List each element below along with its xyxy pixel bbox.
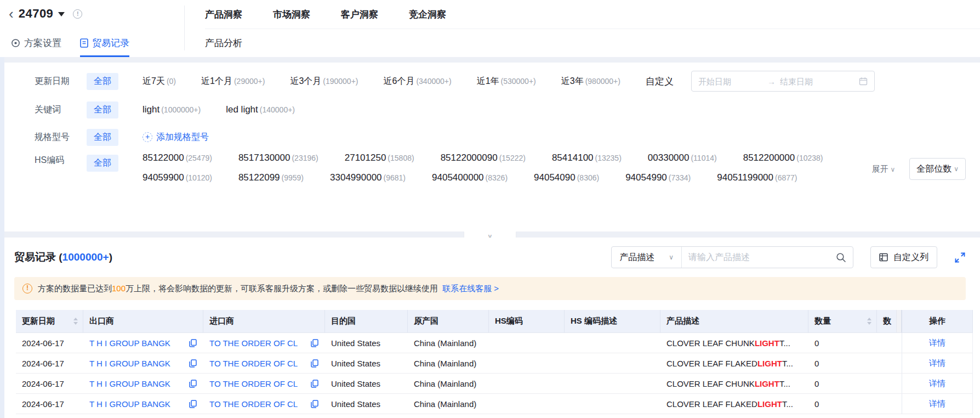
search-input[interactable] [688, 252, 836, 262]
update-date-all-chip[interactable]: 全部 [87, 73, 118, 90]
option-1month[interactable]: 近1个月(29000+) [201, 76, 265, 87]
hs-code-item[interactable]: 3304990000(9681) [330, 172, 406, 183]
spec-all-chip[interactable]: 全部 [87, 129, 118, 146]
copy-icon[interactable] [311, 400, 318, 408]
records-controls: 产品描述 ∨ 自定义列 [611, 246, 966, 268]
hs-digits-dropdown[interactable]: 全部位数∨ [909, 158, 966, 180]
cell-importer: TO THE ORDER OF CL [203, 374, 325, 394]
exporter-link[interactable]: T H I GROUP BANGK [89, 399, 170, 409]
exporter-link[interactable]: T H I GROUP BANGK [89, 379, 170, 388]
plan-id-title[interactable]: 24709 [19, 7, 54, 21]
add-spec-button[interactable]: + 添加规格型号 [143, 132, 209, 143]
hs-code-item[interactable]: 9405400000(8326) [432, 172, 508, 183]
tab-trade-records[interactable]: 贸易记录 [80, 37, 129, 57]
copy-icon[interactable] [189, 359, 197, 368]
cell-hs-code [489, 353, 565, 374]
nav-market-insight[interactable]: 市场洞察 [273, 8, 310, 21]
detail-link[interactable]: 详情 [929, 358, 945, 369]
hs-code-item[interactable]: 94059900(10120) [143, 172, 212, 183]
table-row: 2024-06-17 T H I GROUP BANGK TO THE ORDE… [16, 374, 973, 394]
copy-icon[interactable] [189, 400, 197, 408]
chevron-down-icon: ∨ [890, 166, 895, 173]
hs-expand-link[interactable]: 展开∨ [871, 164, 895, 174]
hs-all-chip[interactable]: 全部 [87, 155, 118, 172]
hs-code-item[interactable]: 00330000(11014) [648, 152, 717, 163]
importer-link[interactable]: TO THE ORDER OF CL [209, 338, 298, 348]
exporter-link[interactable]: T H I GROUP BANGK [89, 338, 170, 348]
back-icon[interactable]: ‹ [9, 7, 14, 21]
gear-target-icon [11, 38, 20, 48]
cell-importer: TO THE ORDER OF CL [203, 394, 325, 414]
cell-quantity: 0 [808, 394, 877, 414]
hs-code-item[interactable]: 94054990(7334) [625, 172, 691, 183]
keyword-led-light[interactable]: led light(140000+) [226, 104, 295, 115]
copy-icon[interactable] [311, 380, 318, 388]
importer-link[interactable]: TO THE ORDER OF CL [209, 379, 298, 388]
keyword-light[interactable]: light(1000000+) [143, 104, 201, 115]
option-1year[interactable]: 近1年(530000+) [477, 76, 536, 87]
option-7days[interactable]: 近7天(0) [143, 76, 176, 87]
subnav-product-analysis[interactable]: 产品分析 [205, 37, 242, 49]
keyword-all-chip[interactable]: 全部 [87, 101, 118, 118]
search-input-box [682, 247, 853, 268]
nav-competitor-insight[interactable]: 竞企洞察 [409, 8, 446, 21]
hs-code-item[interactable]: 8512200000(10238) [743, 152, 823, 163]
chevron-down-icon: ∨ [669, 253, 674, 261]
contact-support-link[interactable]: 联系在线客服 > [442, 284, 499, 293]
importer-link[interactable]: TO THE ORDER OF CL [209, 399, 298, 409]
copy-icon[interactable] [311, 359, 318, 368]
cell-truncated [877, 333, 902, 353]
hs-code-item[interactable]: 94051199000(6877) [717, 172, 797, 183]
importer-link[interactable]: TO THE ORDER OF CL [209, 359, 298, 368]
col-header-exporter: 出口商 [83, 310, 203, 333]
cell-importer: TO THE ORDER OF CL [203, 333, 325, 353]
plan-breadcrumb: ‹ 24709 ! [9, 7, 82, 21]
cell-destination: United States [325, 353, 408, 374]
sort-icon[interactable] [73, 315, 78, 327]
info-icon[interactable]: ! [73, 9, 82, 19]
nav-product-insight[interactable]: 产品洞察 [205, 8, 242, 21]
copy-icon[interactable] [311, 339, 318, 347]
hs-code-item[interactable]: 27101250(15808) [345, 152, 414, 163]
fullscreen-icon[interactable] [954, 252, 966, 263]
sub-nav-row: 产品分析 [205, 29, 980, 57]
hs-code-item[interactable]: 85414100(13235) [552, 152, 622, 163]
cell-origin: China (Mainland) [408, 333, 489, 353]
custom-columns-button[interactable]: 自定义列 [870, 246, 937, 268]
option-3months[interactable]: 近3个月(190000+) [290, 76, 358, 87]
option-custom[interactable]: 自定义 [646, 75, 674, 88]
hs-code-item[interactable]: 85122000(25479) [143, 152, 212, 163]
search-field-select[interactable]: 产品描述 ∨ [612, 247, 682, 268]
col-header-origin: 原产国 [408, 310, 489, 333]
records-title: 贸易记录 (1000000+) [14, 250, 112, 264]
calendar-icon[interactable] [859, 77, 868, 86]
end-date-input[interactable] [780, 77, 845, 86]
plan-dropdown-caret-icon[interactable] [58, 12, 65, 20]
tab-plan-settings[interactable]: 方案设置 [11, 37, 61, 57]
cell-date: 2024-06-17 [16, 374, 83, 394]
hs-code-item[interactable]: 85122099(9959) [238, 172, 304, 183]
sort-icon[interactable] [867, 315, 871, 327]
copy-icon[interactable] [189, 339, 197, 347]
hs-code-item[interactable]: 85122000090(15222) [441, 152, 526, 163]
hs-code-item[interactable]: 94054090(8306) [534, 172, 599, 183]
search-icon[interactable] [836, 252, 846, 263]
detail-link[interactable]: 详情 [929, 399, 945, 409]
nav-customer-insight[interactable]: 客户洞察 [341, 8, 378, 21]
option-3years[interactable]: 近3年(980000+) [561, 76, 620, 87]
scrollbar-track[interactable] [896, 310, 901, 332]
option-6months[interactable]: 近6个月(340000+) [384, 76, 452, 87]
exporter-link[interactable]: T H I GROUP BANGK [89, 359, 170, 368]
custom-columns-icon [879, 253, 888, 262]
cell-hs-code [489, 333, 565, 353]
detail-link[interactable]: 详情 [929, 338, 945, 348]
tab-trade-records-label: 贸易记录 [92, 37, 129, 49]
start-date-input[interactable] [698, 77, 763, 86]
table-header-row: 更新日期 出口商 进口商 目的国 原产国 HS编码 HS 编码描述 产品描述 数… [16, 310, 973, 333]
date-range-picker[interactable]: → [691, 71, 875, 92]
copy-icon[interactable] [189, 380, 197, 388]
detail-link[interactable]: 详情 [929, 379, 945, 389]
filter-label-hs: HS编码 [35, 155, 87, 166]
hs-code-item[interactable]: 8517130000(23196) [238, 152, 318, 163]
main-nav: 产品洞察 市场洞察 客户洞察 竞企洞察 产品分析 [205, 0, 980, 57]
